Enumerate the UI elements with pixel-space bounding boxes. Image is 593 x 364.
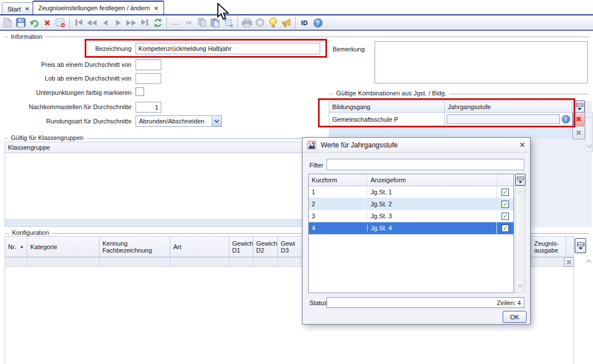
tab-start[interactable]: Start ✕ [2,2,35,15]
tab-bar: Start ✕ Zeugniseinstellungen festlegen /… [0,0,593,15]
bildungsgang-column-header[interactable]: Bildungsgang [329,101,445,113]
filter-cell[interactable] [5,257,27,267]
nav-prev-icon[interactable] [98,17,112,29]
filter-input[interactable] [327,159,524,170]
table-row-selected[interactable]: 4 Jg.St. 4 ✓ [309,222,514,234]
sort-ascending-icon: ▲ [19,244,24,249]
status-label: Status [309,299,327,306]
art-column-header[interactable]: Art [170,236,229,257]
nav-next-fast-icon[interactable] [125,17,138,29]
tab-zeugniseinstellungen[interactable]: Zeugniseinstellungen festlegen / ändern … [33,1,164,15]
lob-input[interactable] [136,73,161,84]
zeugnisausgabe-column-header[interactable]: Zeugnis- ausgabe [531,236,566,257]
row-checkbox[interactable]: ✓ [502,201,509,208]
konfiguration-group-title: Konfiguration [9,229,52,236]
back-arrow-icon[interactable]: ← [169,17,182,29]
refresh-icon[interactable] [151,17,164,29]
filter-label: Filter [309,162,323,169]
filter-cell[interactable] [170,257,229,267]
anzeigeform-column-header[interactable]: Anzeigeform [367,174,496,186]
klassengruppen-list-altrow [5,220,323,227]
nachkommastellen-input[interactable] [136,102,161,113]
filter-cell[interactable] [229,257,253,267]
nav-last-icon[interactable] [138,17,151,29]
clear-filter-icon[interactable]: ✖ [564,257,574,267]
bulb-icon[interactable] [266,17,280,29]
row-checkbox[interactable]: ✓ [502,189,509,196]
remove-row-icon[interactable] [54,17,67,29]
filter-cell[interactable] [27,257,100,267]
rundungsart-label: Rundungsart für Durchschnitte [1,118,132,125]
select-region-icon[interactable] [222,17,235,29]
kombinationen-group-title: Gültige Kombinationen aus Jgst. / Bldg. [333,90,449,97]
column-chooser-icon[interactable] [575,238,586,253]
app-window: Start ✕ Zeugniseinstellungen festlegen /… [0,0,593,364]
horn-icon[interactable] [280,17,293,29]
dialog-scrollbar[interactable] [515,186,526,293]
new-document-icon[interactable] [1,17,14,29]
nr-column-header[interactable]: Nr. ▲ [5,236,27,257]
ok-button[interactable]: OK [503,311,527,323]
spacer-column-header [566,236,574,257]
bildungsgang-cell[interactable]: Gemeinschaftsschule P [329,112,445,126]
gewicht-d1-column-header[interactable]: Gewicht D1 [229,236,253,257]
save-icon[interactable] [14,17,27,29]
tab-zeugniseinstellungen-label: Zeugniseinstellungen festlegen / ändern [38,5,150,11]
delete-row-button-disabled: ✖ [572,126,585,139]
filter-cell[interactable] [99,257,170,267]
dialog-icon [307,141,316,150]
column-chooser-icon[interactable] [515,174,526,186]
table-row[interactable]: 3 Jg.St. 3 ✓ [309,210,514,222]
row-checkbox[interactable]: ✓ [502,225,509,232]
toolbar-separator [69,17,70,29]
jahrgangsstufe-column-header[interactable]: Jahrgangsstufe [444,101,572,113]
table-row[interactable]: 1 Jg.St. 1 ✓ [309,186,514,198]
nachkommastellen-label: Nachkommastellen für Durchschnitte [1,103,132,110]
kennung-column-header[interactable]: Kennung Fachbezeichnung [99,236,170,257]
cut-icon[interactable]: ✂ [182,17,196,29]
kategorie-column-header[interactable]: Kategorie [27,236,100,257]
nav-first-icon[interactable] [72,17,85,29]
klassengruppe-column-header[interactable]: Klassengruppe [5,142,323,153]
kombinationen-scrollbar[interactable] [586,112,593,152]
delete-icon[interactable]: ✖ [41,17,54,29]
jahrgangsstufe-input[interactable] [447,114,560,124]
print-icon[interactable] [240,17,253,29]
tab-start-label: Start [7,6,21,13]
delete-row-button[interactable]: ✖ [572,112,585,126]
unterpunktungen-checkbox[interactable] [136,87,144,96]
bezeichnung-label: Bezeichnung [1,45,132,52]
filter-cell[interactable] [253,257,278,267]
konfiguration-scrollbar[interactable] [586,257,593,274]
tab-close-icon[interactable]: ✕ [154,5,158,11]
dialog-title-bar[interactable]: Werte für Jahrgangsstufe ✕ [303,138,530,153]
lob-label: Lob ab einem Durchschnitt von [1,75,132,82]
bezeichnung-input[interactable] [136,43,320,54]
close-icon[interactable]: ✕ [519,141,526,149]
nav-next-icon[interactable] [112,17,125,29]
column-chooser-icon[interactable] [574,101,585,113]
kurzform-column-header[interactable]: Kurzform [309,174,367,186]
disc-icon[interactable] [253,17,266,29]
info-icon[interactable]: i [562,115,570,123]
table-row[interactable]: 2 Jg.St. 2 ✓ [309,198,514,210]
status-value: Zeilen: 4 [497,299,521,306]
gewicht-d2-column-header[interactable]: Gewicht D2 [253,236,278,257]
toolbar: ✖ ← ✂ ID [0,15,593,31]
chevron-down-icon[interactable] [212,116,221,126]
klassengruppen-group-title: Gültig für Klassengruppen [8,134,86,141]
row-checkbox[interactable]: ✓ [502,213,509,220]
paste-icon[interactable] [209,17,222,29]
copy-icon[interactable] [196,17,209,29]
rundungsart-value: Abrunden/Abschneiden [136,118,212,125]
tab-close-icon[interactable]: ✕ [25,6,29,12]
help-icon[interactable]: ? [311,17,324,29]
nav-prev-fast-icon[interactable] [85,17,98,29]
id-button[interactable]: ID [298,17,311,29]
rundungsart-select[interactable]: Abrunden/Abschneiden [136,115,222,127]
klassengruppen-list[interactable] [5,153,323,220]
undo-icon[interactable] [27,17,41,29]
jahrgangsstufe-cell[interactable]: i [444,112,572,126]
bemerkung-textarea[interactable] [375,41,588,83]
preis-input[interactable] [136,59,161,70]
